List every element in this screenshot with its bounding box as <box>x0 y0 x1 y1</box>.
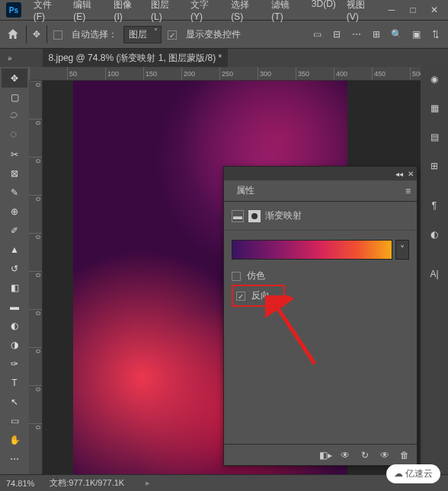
align-icon[interactable]: ⋯ <box>350 28 363 40</box>
menu-3d[interactable]: 3D(D) <box>307 0 341 24</box>
show-transform-checkbox[interactable] <box>168 29 180 40</box>
view-previous-icon[interactable]: 👁 <box>339 449 351 461</box>
adjustments-panel-icon[interactable]: ◐ <box>427 227 442 242</box>
healing-tool[interactable]: ⊕ <box>2 202 27 221</box>
menu-select[interactable]: 选择(S) <box>226 0 265 24</box>
gradient-dropdown[interactable]: ˅ <box>395 240 409 260</box>
ruler-tick: 200 <box>181 67 219 80</box>
auto-select-dropdown[interactable]: 图层 <box>123 26 162 43</box>
ruler-horizontal: 50 100 150 200 250 300 350 400 450 500 <box>29 67 421 81</box>
ruler-tick: 100 <box>105 67 143 80</box>
document-tabs: » 8.jpeg @ 74.8% (渐变映射 1, 图层蒙版/8) * <box>0 49 448 67</box>
ruler-tick: 50 <box>67 67 105 80</box>
clip-icon[interactable]: ◧▸ <box>319 449 331 461</box>
swatches-panel-icon[interactable]: ▦ <box>427 100 442 116</box>
paragraph-panel-icon[interactable]: ¶ <box>427 198 442 213</box>
properties-tab[interactable]: 属性 <box>230 181 261 200</box>
gradient-tool[interactable]: ▬ <box>2 297 27 316</box>
ruler-tick: 400 <box>334 67 372 80</box>
libraries-panel-icon[interactable]: ▤ <box>427 129 442 145</box>
close-button[interactable]: ✕ <box>424 2 445 18</box>
history-brush-tool[interactable]: ↺ <box>2 259 27 278</box>
delete-icon[interactable]: 🗑 <box>398 449 411 461</box>
menu-filter[interactable]: 滤镜(T) <box>267 0 306 24</box>
ruler-tick: 350 <box>296 67 334 80</box>
frame-tool[interactable]: ⊠ <box>2 164 27 183</box>
path-tool[interactable]: ↖ <box>2 392 27 411</box>
panel-close-icon[interactable]: ✕ <box>408 170 414 178</box>
eyedropper-tool[interactable]: ✎ <box>2 183 27 202</box>
align-icon[interactable]: ⊟ <box>331 28 343 40</box>
document-tab[interactable]: 8.jpeg @ 74.8% (渐变映射 1, 图层蒙版/8) * <box>43 49 229 68</box>
dodge-tool[interactable]: ◑ <box>2 335 27 354</box>
gradient-map-icon: ▬ <box>232 210 244 222</box>
hand-tool[interactable]: ✋ <box>2 430 27 449</box>
move-tool[interactable]: ✥ <box>2 69 27 88</box>
ruler-tick: 0 <box>29 81 42 119</box>
show-transform-label: 显示变换控件 <box>186 28 241 41</box>
brush-tool[interactable]: ✐ <box>2 221 27 240</box>
reverse-checkbox[interactable] <box>236 292 245 301</box>
menu-file[interactable]: 文件(F) <box>29 0 68 24</box>
doc-info[interactable]: 文档:977.1K/977.1K <box>50 477 124 489</box>
eraser-tool[interactable]: ◧ <box>2 278 27 297</box>
ruler-tick: 300 <box>258 67 296 80</box>
toolbox: ✥ ▢ ✂ ⊠ ✎ ⊕ ✐ ▲ ↺ ◧ ▬ ◐ ◑ ✑ T ↖ ▭ ✋ ⋯ <box>0 67 29 474</box>
minimize-button[interactable]: ─ <box>381 2 402 18</box>
ruler-tick: 150 <box>143 67 181 80</box>
visibility-icon[interactable]: 👁 <box>379 449 391 461</box>
svg-point-0 <box>11 132 16 137</box>
more-tools[interactable]: ⋯ <box>2 449 27 468</box>
pen-tool[interactable]: ✑ <box>2 354 27 373</box>
panel-tabs: 属性 ≡ <box>224 180 417 202</box>
mask-icon <box>248 210 261 222</box>
ruler-tick: 0 <box>29 271 42 309</box>
color-panel-icon[interactable]: ◉ <box>427 72 442 87</box>
status-bar: 74.81% 文档:977.1K/977.1K ▸ <box>0 474 448 491</box>
workspace-icon[interactable]: ▣ <box>410 28 422 40</box>
menu-layer[interactable]: 图层(L) <box>146 0 184 24</box>
ruler-tick: 450 <box>372 67 410 80</box>
menu-view[interactable]: 视图(V) <box>342 0 381 24</box>
shape-tool[interactable]: ▭ <box>2 411 27 430</box>
menu-image[interactable]: 图像(I) <box>109 0 145 24</box>
adjustment-type-label: 渐变映射 <box>265 209 302 222</box>
maximize-button[interactable]: □ <box>402 2 424 18</box>
menu-type[interactable]: 文字(Y) <box>186 0 225 24</box>
gradient-row: ˅ <box>232 240 409 260</box>
expand-icon[interactable]: » <box>8 54 12 62</box>
dither-checkbox[interactable] <box>232 272 241 281</box>
ruler-tick: 0 <box>29 423 42 461</box>
stamp-tool[interactable]: ▲ <box>2 240 27 259</box>
panel-collapse-icon[interactable]: ◂◂ <box>395 170 403 178</box>
grid-panel-icon[interactable]: ⊞ <box>427 158 442 174</box>
zoom-level[interactable]: 74.81% <box>6 479 34 488</box>
status-arrow-icon[interactable]: ▸ <box>146 478 150 488</box>
menu-edit[interactable]: 编辑(E) <box>69 0 107 24</box>
blur-tool[interactable]: ◐ <box>2 316 27 335</box>
share-icon[interactable]: ⮁ <box>430 28 442 40</box>
ruler-tick: 500 <box>410 67 421 80</box>
separator <box>26 25 27 43</box>
properties-panel: ◂◂ ✕ 属性 ≡ ▬ 渐变映射 ˅ 仿色 反向 <box>223 166 418 466</box>
align-icons: ▭ ⊟ ⋯ ⊞ 🔍 ▣ ⮁ <box>311 28 442 40</box>
type-tool[interactable]: T <box>2 373 27 392</box>
search-icon[interactable]: 🔍 <box>390 28 402 40</box>
align-icon[interactable]: ⊞ <box>370 28 382 40</box>
align-icon[interactable]: ▭ <box>311 28 323 40</box>
crop-tool[interactable]: ✂ <box>2 145 27 164</box>
marquee-tool[interactable]: ▢ <box>2 88 27 107</box>
character-panel-icon[interactable]: A| <box>427 266 442 282</box>
panel-menu-icon[interactable]: ≡ <box>405 186 411 196</box>
auto-select-checkbox[interactable] <box>53 29 66 40</box>
ruler-tick: 0 <box>29 119 42 157</box>
panel-body: ˅ 仿色 反向 <box>224 231 417 444</box>
quick-select-tool[interactable] <box>2 126 27 145</box>
home-icon[interactable] <box>6 27 20 41</box>
gradient-preview[interactable] <box>232 240 392 260</box>
dither-row: 仿色 <box>232 267 409 285</box>
reset-icon[interactable]: ↻ <box>359 449 371 461</box>
ruler-tick: 0 <box>29 233 42 271</box>
move-tool-icon[interactable]: ✥ <box>33 29 40 40</box>
lasso-tool[interactable] <box>2 107 27 126</box>
